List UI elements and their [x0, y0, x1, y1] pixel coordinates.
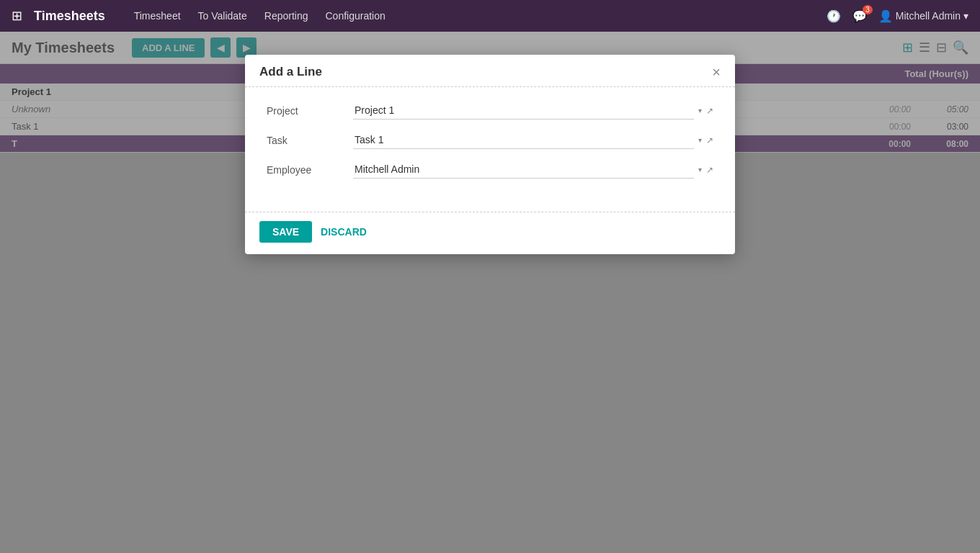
add-line-modal: Add a Line × Project ▾ ↗ Task ▾ ↗: [245, 55, 735, 254]
task-field-row: Task ▾ ↗: [267, 131, 713, 149]
project-field-row: Project ▾ ↗: [267, 102, 713, 120]
chat-icon[interactable]: 💬 3: [852, 9, 867, 23]
task-input[interactable]: [353, 131, 694, 149]
task-label: Task: [267, 135, 353, 146]
main-nav: Timesheet To Validate Reporting Configur…: [134, 10, 386, 22]
project-field: ▾ ↗: [353, 102, 713, 120]
modal-close-button[interactable]: ×: [712, 65, 721, 79]
user-icon: 👤: [878, 9, 893, 23]
page-background: My Timesheets ADD A LINE ◀ ▶ ⊞ ☰ ⊟ 🔍 Tot…: [0, 32, 980, 553]
apps-icon[interactable]: ⊞: [12, 8, 22, 24]
task-field: ▾ ↗: [353, 131, 713, 149]
employee-external-link-icon[interactable]: ↗: [706, 165, 713, 175]
modal-header: Add a Line ×: [245, 55, 735, 87]
user-name: Mitchell Admin: [896, 10, 961, 22]
task-external-link-icon[interactable]: ↗: [706, 135, 713, 145]
navbar-right: 🕐 💬 3 👤 Mitchell Admin ▾: [827, 9, 968, 23]
user-dropdown-icon: ▾: [963, 10, 968, 22]
project-dropdown-arrow[interactable]: ▾: [698, 107, 702, 114]
employee-input[interactable]: [353, 161, 694, 179]
project-input[interactable]: [353, 102, 694, 120]
project-label: Project: [267, 105, 353, 117]
user-menu[interactable]: 👤 Mitchell Admin ▾: [878, 9, 968, 23]
chat-badge: 3: [863, 5, 873, 14]
nav-configuration[interactable]: Configuration: [326, 10, 386, 22]
employee-label: Employee: [267, 164, 353, 176]
nav-reporting[interactable]: Reporting: [264, 10, 308, 22]
modal-body: Project ▾ ↗ Task ▾ ↗ Employee: [245, 87, 735, 212]
task-dropdown-arrow[interactable]: ▾: [698, 136, 702, 144]
project-external-link-icon[interactable]: ↗: [706, 106, 713, 116]
employee-dropdown-arrow[interactable]: ▾: [698, 166, 702, 174]
modal-title: Add a Line: [259, 65, 322, 79]
brand-title: Timesheets: [34, 9, 105, 24]
nav-timesheet[interactable]: Timesheet: [134, 10, 181, 22]
save-button[interactable]: SAVE: [259, 221, 312, 243]
clock-icon[interactable]: 🕐: [827, 9, 841, 23]
employee-field-row: Employee ▾ ↗: [267, 161, 713, 179]
employee-field: ▾ ↗: [353, 161, 713, 179]
nav-to-validate[interactable]: To Validate: [198, 10, 247, 22]
discard-button[interactable]: DISCARD: [321, 226, 367, 238]
modal-footer: SAVE DISCARD: [245, 212, 735, 254]
navbar: ⊞ Timesheets Timesheet To Validate Repor…: [0, 0, 980, 32]
